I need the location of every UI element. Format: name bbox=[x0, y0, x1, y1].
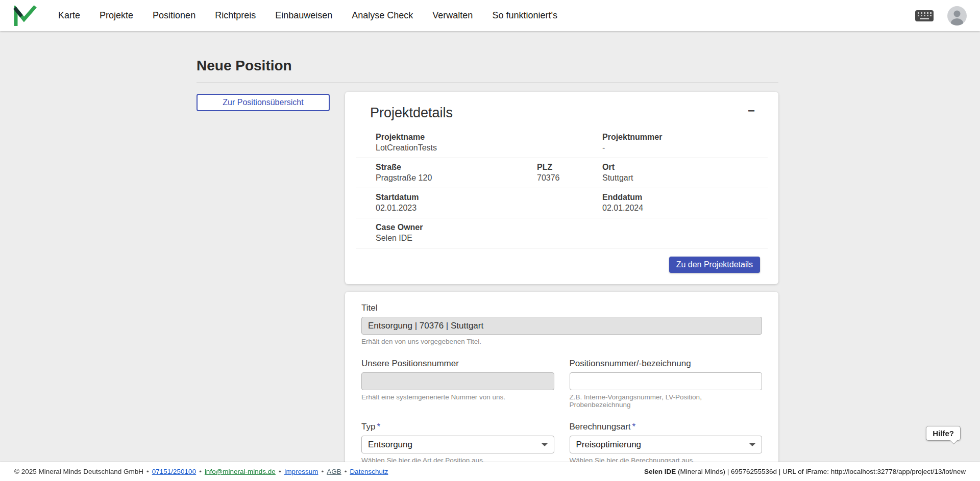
field-case-owner: Case Owner Selen IDE bbox=[356, 223, 768, 243]
ort-value: Stuttgart bbox=[602, 173, 768, 183]
nav-item-analyse-check[interactable]: Analyse Check bbox=[352, 10, 413, 21]
chevron-down-icon bbox=[749, 443, 755, 446]
typ-select-value: Entsorgung bbox=[368, 440, 412, 450]
berechnungsart-label: Berechnungsart bbox=[570, 422, 631, 432]
footer: © 2025 Mineral Minds Deutschland GmbH • … bbox=[0, 462, 980, 481]
footer-separator: • bbox=[199, 468, 202, 475]
field-strasse: Straße Pragstraße 120 bbox=[356, 163, 537, 183]
footer-datenschutz-link[interactable]: Datenschutz bbox=[350, 468, 388, 475]
main-content: Neue Position Zur Positionsübersicht Pro… bbox=[0, 31, 980, 481]
field-enddatum: Enddatum 02.01.2024 bbox=[602, 193, 768, 213]
project-details-card: Projektdetails − Projektname LotCreation… bbox=[345, 92, 778, 284]
typ-required-marker: * bbox=[377, 422, 380, 432]
nav-item-so-funktionierts[interactable]: So funktioniert's bbox=[492, 10, 557, 21]
user-avatar[interactable] bbox=[947, 6, 967, 26]
enddatum-value: 02.01.2024 bbox=[602, 204, 768, 213]
footer-phone-link[interactable]: 07151/250100 bbox=[152, 468, 196, 475]
footer-separator: • bbox=[345, 468, 347, 475]
unsere-positionsnummer-helper: Erhält eine systemgenerierte Nummer von … bbox=[361, 393, 554, 401]
top-nav-bar: Karte Projekte Positionen Richtpreis Ein… bbox=[0, 0, 980, 31]
titel-label: Titel bbox=[361, 303, 762, 313]
positionsnummer-helper: Z.B. Interne-Vorgangsnummer, LV-Position… bbox=[570, 393, 763, 409]
startdatum-label: Startdatum bbox=[376, 193, 602, 202]
plz-value: 70376 bbox=[537, 173, 602, 183]
projektname-label: Projektname bbox=[376, 133, 602, 142]
project-details-button[interactable]: Zu den Projektdetails bbox=[669, 257, 760, 273]
back-to-positions-button[interactable]: Zur Positionsübersicht bbox=[197, 94, 330, 111]
left-column: Zur Positionsübersicht bbox=[197, 92, 330, 111]
table-row: Projektname LotCreationTests Projektnumm… bbox=[356, 128, 768, 158]
titel-helper: Erhält den von uns vorgegebenen Titel. bbox=[361, 338, 762, 345]
footer-agb-link[interactable]: AGB bbox=[327, 468, 341, 475]
collapse-card-button[interactable]: − bbox=[745, 104, 758, 117]
footer-separator: • bbox=[279, 468, 281, 475]
strasse-label: Straße bbox=[376, 163, 537, 172]
nav-item-einbauweisen[interactable]: Einbauweisen bbox=[275, 10, 332, 21]
footer-separator: • bbox=[321, 468, 324, 475]
nav-item-verwalten[interactable]: Verwalten bbox=[432, 10, 473, 21]
table-row: Case Owner Selen IDE bbox=[356, 218, 768, 248]
mineral-minds-logo-icon bbox=[13, 6, 37, 26]
field-titel: Titel Erhält den von uns vorgegebenen Ti… bbox=[361, 303, 762, 345]
page-title: Neue Position bbox=[197, 58, 778, 74]
nav-item-positionen[interactable]: Positionen bbox=[153, 10, 195, 21]
berechnungsart-required-marker: * bbox=[632, 422, 636, 432]
plz-label: PLZ bbox=[537, 163, 602, 172]
footer-separator: • bbox=[146, 468, 149, 475]
field-projektnummer: Projektnummer - bbox=[602, 133, 768, 153]
projektnummer-label: Projektnummer bbox=[602, 133, 768, 142]
table-row: Straße Pragstraße 120 PLZ 70376 Ort Stut… bbox=[356, 158, 768, 188]
strasse-value: Pragstraße 120 bbox=[376, 173, 537, 183]
help-button[interactable]: Hilfe? bbox=[926, 426, 961, 441]
table-row: Startdatum 02.01.2023 Enddatum 02.01.202… bbox=[356, 188, 768, 218]
field-unsere-positionsnummer: Unsere Positionsnummer Erhält eine syste… bbox=[361, 359, 554, 409]
footer-copyright: © 2025 Mineral Minds Deutschland GmbH bbox=[14, 468, 143, 475]
berechnungsart-select[interactable]: Preisoptimierung bbox=[570, 436, 763, 453]
case-owner-label: Case Owner bbox=[376, 223, 768, 232]
header-actions bbox=[915, 6, 967, 26]
footer-left: © 2025 Mineral Minds Deutschland GmbH • … bbox=[14, 468, 388, 475]
field-typ: Typ* Entsorgung Wählen Sie hier die Art … bbox=[361, 422, 554, 464]
unsere-positionsnummer-input bbox=[361, 372, 554, 390]
help-button-label: Hilfe? bbox=[933, 429, 954, 438]
app-logo[interactable] bbox=[13, 5, 38, 27]
footer-user-name: Selen IDE bbox=[644, 468, 676, 475]
footer-impressum-link[interactable]: Impressum bbox=[284, 468, 318, 475]
footer-email-link[interactable]: info@mineral-minds.de bbox=[205, 468, 276, 475]
unsere-positionsnummer-label: Unsere Positionsnummer bbox=[361, 359, 554, 369]
footer-session-details: (Mineral Minds) | 69576255536d | URL of … bbox=[676, 468, 966, 475]
field-startdatum: Startdatum 02.01.2023 bbox=[356, 193, 602, 213]
right-column: Projektdetails − Projektname LotCreation… bbox=[345, 92, 778, 481]
typ-select[interactable]: Entsorgung bbox=[361, 436, 554, 453]
field-berechnungsart: Berechnungsart* Preisoptimierung Wählen … bbox=[570, 422, 763, 464]
keyboard-icon[interactable] bbox=[915, 10, 934, 22]
main-nav: Karte Projekte Positionen Richtpreis Ein… bbox=[58, 10, 557, 21]
titel-input bbox=[361, 317, 762, 335]
chevron-down-icon bbox=[542, 443, 548, 446]
nav-item-karte[interactable]: Karte bbox=[58, 10, 80, 21]
field-projektname: Projektname LotCreationTests bbox=[356, 133, 602, 153]
field-plz: PLZ 70376 bbox=[537, 163, 602, 183]
projektname-value: LotCreationTests bbox=[376, 143, 602, 153]
ort-label: Ort bbox=[602, 163, 768, 172]
field-positionsnummer: Positionsnummer/-bezeichnung Z.B. Intern… bbox=[570, 359, 763, 409]
footer-session-info: Selen IDE (Mineral Minds) | 69576255536d… bbox=[644, 468, 966, 475]
project-details-table: Projektname LotCreationTests Projektnumm… bbox=[356, 128, 768, 248]
nav-item-richtpreis[interactable]: Richtpreis bbox=[215, 10, 256, 21]
enddatum-label: Enddatum bbox=[602, 193, 768, 202]
startdatum-value: 02.01.2023 bbox=[376, 204, 602, 213]
positionsnummer-label: Positionsnummer/-bezeichnung bbox=[570, 359, 763, 369]
project-card-title: Projektdetails bbox=[370, 105, 753, 121]
projektnummer-value: - bbox=[602, 143, 768, 153]
positionsnummer-input[interactable] bbox=[570, 372, 763, 390]
title-divider bbox=[197, 82, 778, 83]
nav-item-projekte[interactable]: Projekte bbox=[100, 10, 133, 21]
case-owner-value: Selen IDE bbox=[376, 234, 768, 243]
berechnungsart-select-value: Preisoptimierung bbox=[576, 440, 642, 450]
new-position-form-card: Titel Erhält den von uns vorgegebenen Ti… bbox=[345, 292, 778, 481]
typ-label: Typ bbox=[361, 422, 375, 432]
field-ort: Ort Stuttgart bbox=[602, 163, 768, 183]
